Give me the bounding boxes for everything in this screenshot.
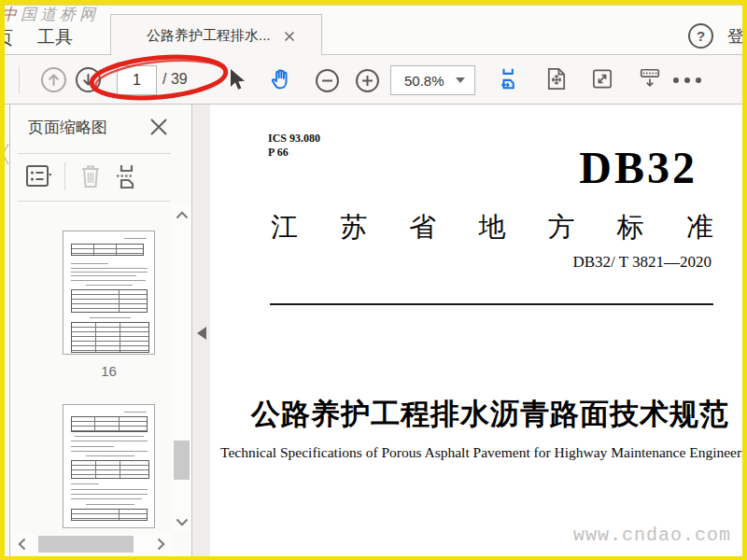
site-watermark-bottom: www.cndao.com (573, 525, 731, 546)
standard-name: 江苏省地方标准 (271, 209, 713, 246)
scroll-right-icon[interactable] (151, 534, 171, 553)
next-page-button[interactable] (75, 66, 102, 93)
standard-code: DB32 (579, 146, 698, 190)
document-tab-title: 公路养护工程排水... (147, 27, 271, 45)
fit-width-icon[interactable] (498, 66, 522, 91)
thumbnails-vertical-scrollbar[interactable] (172, 205, 191, 532)
zoom-out-button[interactable] (314, 67, 341, 94)
panel-toolbar (5, 157, 191, 198)
collapse-panel-icon[interactable] (197, 327, 206, 340)
page-thumbnail-17[interactable] (63, 404, 155, 537)
fullscreen-icon[interactable] (590, 66, 614, 91)
help-icon[interactable]: ? (688, 23, 713, 49)
ics-code: ICS 93.080 (268, 132, 320, 146)
page-thumbnail-16[interactable]: 16 (63, 231, 155, 379)
thumbnails-horizontal-scrollbar[interactable] (12, 534, 171, 554)
hide-toolbar-icon[interactable] (638, 66, 662, 91)
caret-down-icon (456, 77, 465, 83)
pdf-viewer-window: 中国道桥网 页 工具 公路养护工程排水... ? 登 / 39 (0, 0, 747, 560)
close-icon[interactable] (282, 29, 297, 44)
zoom-in-button[interactable] (354, 67, 381, 94)
hand-tool-icon[interactable] (269, 67, 293, 91)
page-number-input[interactable] (117, 65, 157, 95)
p-code: P 66 (268, 146, 289, 160)
tab-tools[interactable]: 工具 (37, 25, 73, 49)
resize-thumbnails-icon[interactable] (113, 162, 143, 190)
toolbar-divider (19, 67, 20, 93)
frame-border (0, 0, 747, 5)
vertical-scroll-thumb[interactable] (174, 441, 190, 480)
document-title-cn: 公路养护工程排水沥青路面技术规范 (229, 395, 747, 434)
main-toolbar: / 39 50.8% (5, 55, 742, 105)
zoom-level-value: 50.8% (404, 73, 456, 89)
frame-border (0, 0, 5, 560)
thumbnail-page-image (63, 404, 155, 528)
document-number: DB32/ T 3821—2020 (572, 253, 712, 272)
page-count-label: / 39 (162, 71, 188, 88)
select-tool-icon[interactable] (224, 68, 248, 92)
more-tools-icon[interactable] (673, 77, 701, 83)
zoom-level-select[interactable]: 50.8% (390, 65, 475, 95)
thumbnails-panel: 页面缩略图 (5, 105, 210, 556)
scroll-down-icon[interactable] (172, 512, 191, 532)
horizontal-scroll-thumb[interactable] (38, 536, 134, 553)
panel-divider (18, 153, 171, 154)
thumbnail-page-image (63, 231, 155, 355)
previous-page-button[interactable] (40, 66, 67, 93)
panel-title: 页面缩略图 (28, 117, 107, 138)
scroll-left-icon[interactable] (12, 534, 32, 553)
delete-pages-icon (78, 162, 104, 190)
fit-page-icon[interactable] (544, 66, 569, 91)
site-watermark-top: 中国道桥网 (1, 4, 99, 25)
header-rule (270, 303, 713, 305)
panel-divider (18, 201, 171, 202)
frame-border (0, 556, 747, 560)
scroll-up-icon[interactable] (172, 205, 191, 225)
thumbnail-page-number: 16 (63, 363, 155, 379)
document-page[interactable]: ICS 93.080 P 66 DB32 江苏省地方标准 DB32/ T 382… (210, 105, 742, 556)
tab-document-active[interactable]: 公路养护工程排水... (110, 14, 322, 57)
document-title-en: Technical Specifications of Porous Aspha… (219, 442, 747, 462)
thumbnail-options-icon[interactable] (25, 163, 53, 189)
panel-close-icon[interactable] (148, 116, 170, 138)
tab-bar: 中国道桥网 页 工具 公路养护工程排水... ? 登 (5, 5, 742, 55)
panel-toolbar-divider (64, 162, 65, 190)
panel-edge-strip (191, 105, 210, 556)
frame-border (742, 0, 747, 560)
